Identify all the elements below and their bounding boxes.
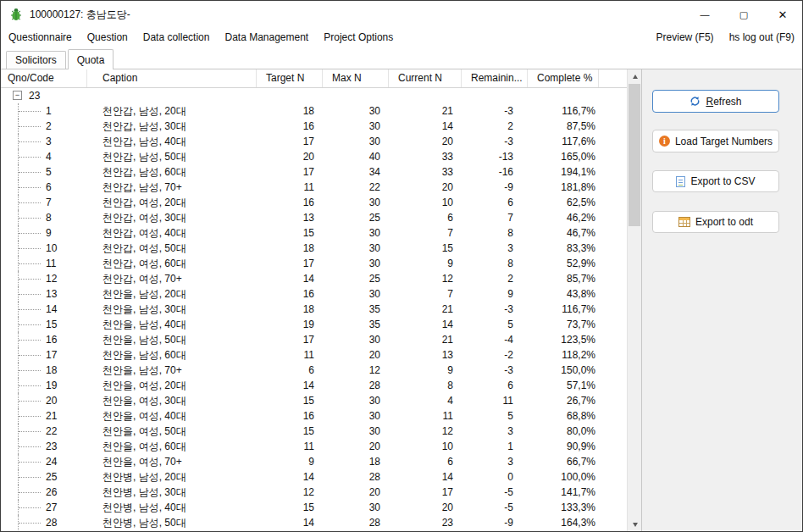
- close-button[interactable]: ✕: [763, 1, 802, 28]
- table-row[interactable]: 6 천안갑, 남성, 70+ 11 22 20 -9 181,8%: [1, 180, 627, 195]
- minimize-button[interactable]: —: [685, 1, 724, 28]
- cell-caption: 천안갑, 남성, 30대: [87, 119, 257, 134]
- table-row[interactable]: 4 천안갑, 남성, 50대 20 40 33 -13 165,0%: [1, 149, 627, 164]
- cell-target-n: 11: [257, 347, 323, 363]
- cell-target-n: 18: [257, 103, 323, 119]
- cell-complete: 100,0%: [528, 469, 599, 485]
- cell-current-n: 20: [389, 500, 462, 515]
- column-header-remaining[interactable]: Remainin...: [462, 69, 528, 87]
- cell-qno-code: 14: [1, 302, 87, 317]
- cell-target-n: 19: [257, 317, 323, 332]
- table-row[interactable]: 17 천안을, 남성, 60대 11 20 13 -2 118,2%: [1, 347, 627, 363]
- cell-complete: 116,7%: [528, 103, 599, 119]
- menu-questionnaire[interactable]: Questionnaire: [1, 30, 80, 45]
- cell-target-n: 9: [257, 454, 323, 469]
- export-odt-button[interactable]: Export to odt: [652, 211, 779, 233]
- cell-qno-code: 20: [1, 393, 87, 408]
- cell-caption: 천안을, 여성, 30대: [87, 393, 257, 408]
- export-csv-button[interactable]: Export to CSV: [652, 170, 779, 192]
- table-row[interactable]: 8 천안갑, 여성, 30대 13 25 6 7 46,2%: [1, 210, 627, 225]
- refresh-button[interactable]: Refresh: [652, 90, 779, 113]
- cell-remaining: 5: [462, 317, 528, 332]
- cell-target-n: 16: [257, 195, 323, 210]
- root-row[interactable]: −23: [1, 88, 627, 103]
- cell-remaining: -5: [462, 500, 528, 515]
- table-row[interactable]: 25 천안병, 남성, 20대 14 28 14 0 100,0%: [1, 469, 627, 485]
- cell-qno-code: 24: [1, 454, 87, 469]
- tree-line-horizontal: [19, 279, 41, 280]
- tab-quota[interactable]: Quota: [68, 49, 114, 69]
- cell-max-n: 35: [323, 317, 389, 332]
- table-row[interactable]: 5 천안갑, 남성, 60대 17 34 33 -16 194,1%: [1, 164, 627, 180]
- tree-collapse-toggle[interactable]: −: [13, 91, 22, 100]
- maximize-button[interactable]: ▢: [724, 1, 763, 28]
- cell-max-n: 28: [323, 378, 389, 393]
- quota-page: Qno/Code Caption Target N Max N Current …: [1, 69, 802, 531]
- load-target-numbers-button[interactable]: Load Target Numbers: [652, 130, 779, 152]
- table-row[interactable]: 11 천안갑, 여성, 60대 17 30 9 8 52,9%: [1, 256, 627, 271]
- cell-qno-code: 13: [1, 286, 87, 302]
- tree-line-horizontal: [19, 431, 41, 432]
- app-bug-icon: [9, 8, 23, 21]
- table-row[interactable]: 19 천안을, 여성, 20대 14 28 8 6 57,1%: [1, 378, 627, 393]
- column-header-target-n[interactable]: Target N: [257, 69, 323, 87]
- cell-complete: 46,7%: [528, 225, 599, 241]
- table-row[interactable]: 20 천안을, 여성, 30대 15 30 4 11 26,7%: [1, 393, 627, 408]
- logout-button[interactable]: hs log out (F9): [722, 30, 802, 45]
- table-row[interactable]: 21 천안을, 여성, 40대 16 30 11 5 68,8%: [1, 408, 627, 424]
- table-row[interactable]: 12 천안갑, 여성, 70+ 14 25 12 2 85,7%: [1, 271, 627, 286]
- table-row[interactable]: 22 천안을, 여성, 50대 15 30 12 3 80,0%: [1, 424, 627, 439]
- cell-complete: 117,6%: [528, 134, 599, 149]
- cell-caption: 천안을, 여성, 50대: [87, 424, 257, 439]
- table-row[interactable]: 3 천안갑, 남성, 40대 17 30 20 -3 117,6%: [1, 134, 627, 149]
- table-row[interactable]: 28 천안병, 남성, 50대 14 28 23 -9 164,3%: [1, 515, 627, 530]
- cell-remaining: -3: [462, 103, 528, 119]
- table-row[interactable]: 27 천안병, 남성, 40대 15 30 20 -5 133,3%: [1, 500, 627, 515]
- table-row[interactable]: 1 천안갑, 남성, 20대 18 30 21 -3 116,7%: [1, 103, 627, 119]
- scrollbar-thumb[interactable]: [629, 84, 640, 226]
- refresh-icon: [689, 96, 701, 107]
- table-row[interactable]: 7 천안갑, 여성, 20대 16 30 10 6 62,5%: [1, 195, 627, 210]
- column-header-max-n[interactable]: Max N: [323, 69, 389, 87]
- cell-current-n: 8: [389, 378, 462, 393]
- cell-qno-code: 25: [1, 469, 87, 485]
- table-row[interactable]: 13 천안을, 남성, 20대 16 30 7 9 43,8%: [1, 286, 627, 302]
- menu-data-collection[interactable]: Data collection: [136, 30, 218, 45]
- table-row[interactable]: 2 천안갑, 남성, 30대 16 30 14 2 87,5%: [1, 119, 627, 134]
- grid-header: Qno/Code Caption Target N Max N Current …: [1, 69, 627, 88]
- column-header-qno-code[interactable]: Qno/Code: [1, 69, 87, 87]
- menu-project-options[interactable]: Project Options: [316, 30, 401, 45]
- cell-caption: 천안을, 남성, 40대: [87, 317, 257, 332]
- scroll-up-icon[interactable]: [628, 69, 642, 83]
- vertical-scrollbar[interactable]: [627, 69, 641, 531]
- cell-caption: 천안을, 남성, 30대: [87, 302, 257, 317]
- table-row[interactable]: 26 천안병, 남성, 30대 12 20 17 -5 141,7%: [1, 485, 627, 500]
- cell-max-n: 20: [323, 347, 389, 363]
- menubar: Questionnaire Question Data collection D…: [1, 28, 802, 47]
- table-row[interactable]: 23 천안을, 여성, 60대 11 20 10 1 90,9%: [1, 439, 627, 454]
- cell-current-n: 7: [389, 286, 462, 302]
- table-row[interactable]: 10 천안갑, 여성, 50대 18 30 15 3 83,3%: [1, 241, 627, 256]
- cell-complete: 181,8%: [528, 180, 599, 195]
- scroll-down-icon[interactable]: [628, 518, 642, 531]
- menu-question[interactable]: Question: [80, 30, 136, 45]
- column-header-caption[interactable]: Caption: [87, 69, 257, 87]
- preview-button[interactable]: Preview (F5): [649, 30, 722, 45]
- table-row[interactable]: 24 천안을, 여성, 70+ 9 18 6 3 66,7%: [1, 454, 627, 469]
- cell-max-n: 34: [323, 164, 389, 180]
- menu-data-management[interactable]: Data Management: [217, 30, 316, 45]
- table-row[interactable]: 14 천안을, 남성, 30대 18 35 21 -3 116,7%: [1, 302, 627, 317]
- table-row[interactable]: 15 천안을, 남성, 40대 19 35 14 5 73,7%: [1, 317, 627, 332]
- cell-remaining: 3: [462, 241, 528, 256]
- column-header-complete[interactable]: Complete %: [528, 69, 599, 87]
- cell-current-n: 33: [389, 164, 462, 180]
- table-row[interactable]: 18 천안을, 남성, 70+ 6 12 9 -3 150,0%: [1, 363, 627, 378]
- cell-complete: 194,1%: [528, 164, 599, 180]
- table-row[interactable]: 16 천안을, 남성, 50대 17 30 21 -4 123,5%: [1, 332, 627, 347]
- table-row[interactable]: 9 천안갑, 여성, 40대 15 30 7 8 46,7%: [1, 225, 627, 241]
- tree-line-horizontal: [19, 187, 41, 188]
- tab-solicitors[interactable]: Solicitors: [6, 51, 66, 69]
- cell-max-n: 30: [323, 286, 389, 302]
- column-header-current-n[interactable]: Current N: [389, 69, 462, 87]
- cell-max-n: 30: [323, 424, 389, 439]
